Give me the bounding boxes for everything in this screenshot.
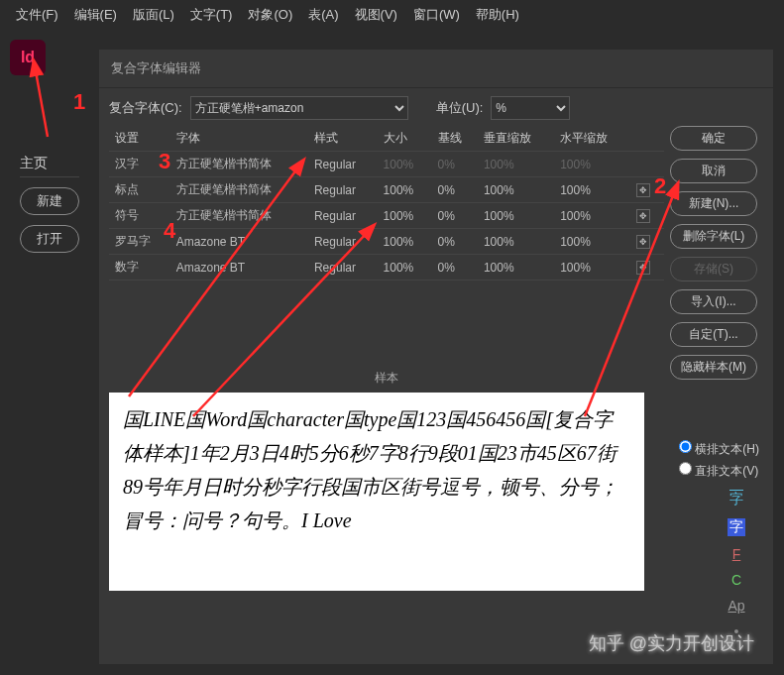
th-move (630, 126, 664, 152)
th-hs: 水平缩放 (554, 126, 630, 152)
menu-type[interactable]: 文字(T) (190, 6, 233, 24)
table-row[interactable]: 标点方正硬笔楷书简体Regular100%0%100%100%✥ (109, 177, 664, 203)
new-font-button[interactable]: 新建(N)... (670, 191, 757, 216)
move-icon[interactable]: ✥ (636, 235, 650, 249)
th-base: 基线 (432, 126, 478, 152)
menu-object[interactable]: 对象(O) (248, 6, 292, 24)
menu-edit[interactable]: 编辑(E) (74, 6, 117, 24)
save-button: 存储(S) (670, 257, 757, 281)
th-vs: 垂直缩放 (478, 126, 554, 152)
menu-help[interactable]: 帮助(H) (476, 6, 519, 24)
watermark: 知乎 @实力开创设计 (589, 631, 754, 655)
sample-label: 样本 (109, 370, 664, 387)
font-settings-table: 设置 字体 样式 大小 基线 垂直缩放 水平缩放 汉字方正硬笔楷书简体Regul… (109, 126, 664, 281)
th-set: 设置 (109, 126, 170, 152)
composite-font-dialog: 复合字体编辑器 复合字体(C): 方正硬笔楷+amazon 单位(U): % 设… (99, 50, 773, 664)
hide-sample-button[interactable]: 隐藏样本(M) (670, 355, 757, 380)
icon-ap[interactable]: Ap (728, 598, 745, 614)
table-row[interactable]: 罗马字Amazone BTRegular100%0%100%100%✥ (109, 229, 664, 255)
icon-f[interactable]: F (728, 546, 745, 562)
app-icon: Id (10, 40, 46, 75)
menu-layout[interactable]: 版面(L) (133, 6, 174, 24)
composite-font-select[interactable]: 方正硬笔楷+amazon (190, 96, 408, 120)
table-row[interactable]: 数字Amazone BTRegular100%0%100%100%✥ (109, 255, 664, 281)
import-button[interactable]: 导入(I)... (670, 289, 757, 314)
menu-view[interactable]: 视图(V) (355, 6, 397, 24)
menubar: 文件(F) 编辑(E) 版面(L) 文字(T) 对象(O) 表(A) 视图(V)… (0, 0, 784, 30)
sidebar: Id 主页 新建 打开 (0, 30, 99, 674)
delete-font-button[interactable]: 删除字体(L) (670, 224, 757, 249)
icon-char1[interactable]: 字 (728, 491, 745, 508)
new-doc-button[interactable]: 新建 (20, 187, 79, 215)
menu-table[interactable]: 表(A) (308, 6, 338, 24)
composite-font-label: 复合字体(C): (109, 99, 182, 117)
radio-horizontal[interactable]: 横排文本(H) (679, 440, 759, 458)
unit-label: 单位(U): (436, 99, 484, 117)
move-icon[interactable]: ✥ (636, 261, 650, 275)
th-font: 字体 (170, 126, 308, 152)
custom-button[interactable]: 自定(T)... (670, 322, 757, 347)
table-row[interactable]: 符号方正硬笔楷书简体Regular100%0%100%100%✥ (109, 203, 664, 229)
orientation-group: 横排文本(H) 直排文本(V) (679, 436, 759, 484)
icon-c[interactable]: C (728, 572, 745, 588)
home-label[interactable]: 主页 (20, 155, 79, 177)
sample-tool-icons: 字 字 F C Ap • (728, 491, 745, 639)
menu-file[interactable]: 文件(F) (16, 6, 58, 24)
table-row[interactable]: 汉字方正硬笔楷书简体Regular100%0%100%100% (109, 152, 664, 177)
move-icon[interactable]: ✥ (636, 209, 650, 223)
menu-window[interactable]: 窗口(W) (413, 6, 460, 24)
cancel-button[interactable]: 取消 (670, 159, 757, 183)
dialog-title: 复合字体编辑器 (99, 50, 773, 88)
move-icon[interactable]: ✥ (636, 183, 650, 197)
unit-select[interactable]: % (491, 96, 570, 120)
sample-text: 国LINE国Word国character国type国123国456456国[复合… (109, 393, 644, 591)
ok-button[interactable]: 确定 (670, 126, 757, 151)
open-doc-button[interactable]: 打开 (20, 225, 79, 253)
th-size: 大小 (378, 126, 432, 152)
icon-char2[interactable]: 字 (728, 518, 745, 536)
th-style: 样式 (308, 126, 378, 152)
radio-vertical[interactable]: 直排文本(V) (679, 462, 759, 480)
